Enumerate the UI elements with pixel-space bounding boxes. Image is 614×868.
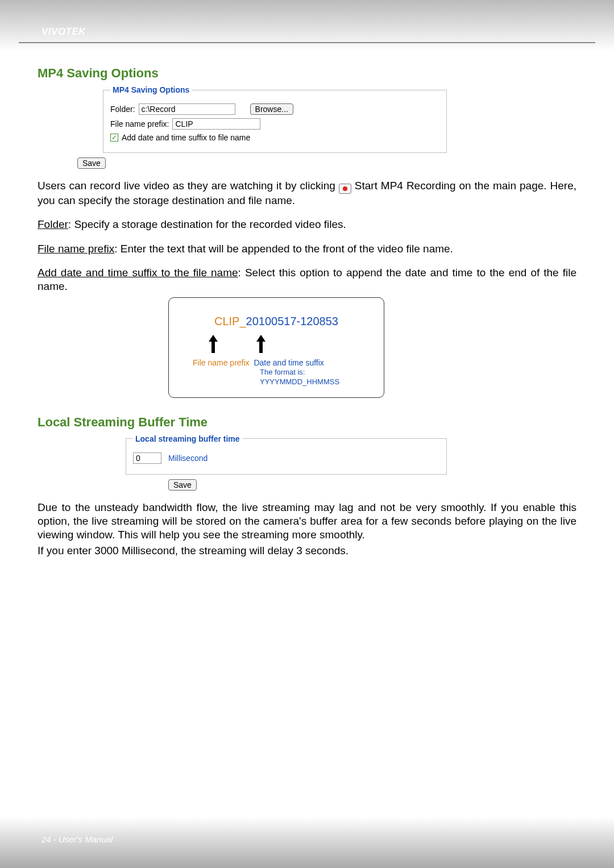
section-title-buffer: Local Streaming Buffer Time bbox=[38, 415, 576, 430]
page-header-brand: VIVOTEK bbox=[19, 23, 595, 41]
mp4-paragraph-folder: Folder: Specify a storage destination fo… bbox=[38, 218, 576, 231]
mp4-panel-legend: MP4 Saving Options bbox=[110, 85, 192, 94]
example-prefix: CLIP_ bbox=[214, 315, 246, 327]
arrow-up-icon bbox=[254, 334, 268, 354]
save-button-mp4[interactable]: Save bbox=[77, 157, 106, 169]
suffix-checkbox-label: Add date and time suffix to file name bbox=[122, 133, 250, 142]
buffer-unit-label: Millisecond bbox=[168, 454, 208, 463]
buffer-input[interactable] bbox=[133, 452, 161, 464]
buffer-paragraph-2: If you enter 3000 Millisecond, the strea… bbox=[38, 544, 576, 558]
record-icon bbox=[339, 184, 351, 194]
mp4-saving-options-panel: MP4 Saving Options Folder: Browse... Fil… bbox=[103, 85, 447, 153]
example-label-prefix: File name prefix bbox=[193, 358, 250, 367]
save-button-buffer[interactable]: Save bbox=[168, 479, 197, 491]
prefix-input[interactable] bbox=[172, 118, 260, 130]
mp4-paragraph-prefix: File name prefix: Enter the text that wi… bbox=[38, 242, 576, 256]
section-title-mp4: MP4 Saving Options bbox=[38, 66, 576, 81]
mp4-paragraph-1: Users can record live video as they are … bbox=[38, 179, 576, 207]
suffix-checkbox[interactable]: ✓ bbox=[110, 134, 118, 142]
buffer-time-panel: Local streaming buffer time Millisecond bbox=[126, 434, 447, 475]
filename-example: CLIP_20100517-120853 bbox=[184, 315, 369, 328]
arrow-up-icon bbox=[206, 334, 220, 354]
folder-input[interactable] bbox=[139, 103, 235, 115]
buffer-paragraph-1: Due to the unsteady bandwidth flow, the … bbox=[38, 501, 576, 542]
example-format-line: The format is: YYYYMMDD_HHMMSS bbox=[260, 368, 369, 387]
page-footer: 24 - User's Manual bbox=[42, 834, 113, 844]
folder-label: Folder: bbox=[110, 105, 135, 114]
example-suffix: 20100517-120853 bbox=[246, 315, 338, 327]
prefix-label: File name prefix: bbox=[110, 119, 169, 128]
browse-button[interactable]: Browse... bbox=[250, 103, 293, 115]
example-label-suffix: Date and time suffix bbox=[254, 358, 323, 367]
filename-example-box: CLIP_20100517-120853 File name prefix Da… bbox=[168, 297, 384, 398]
mp4-paragraph-suffix: Add date and time suffix to the file nam… bbox=[38, 266, 576, 294]
buffer-panel-legend: Local streaming buffer time bbox=[133, 434, 242, 443]
